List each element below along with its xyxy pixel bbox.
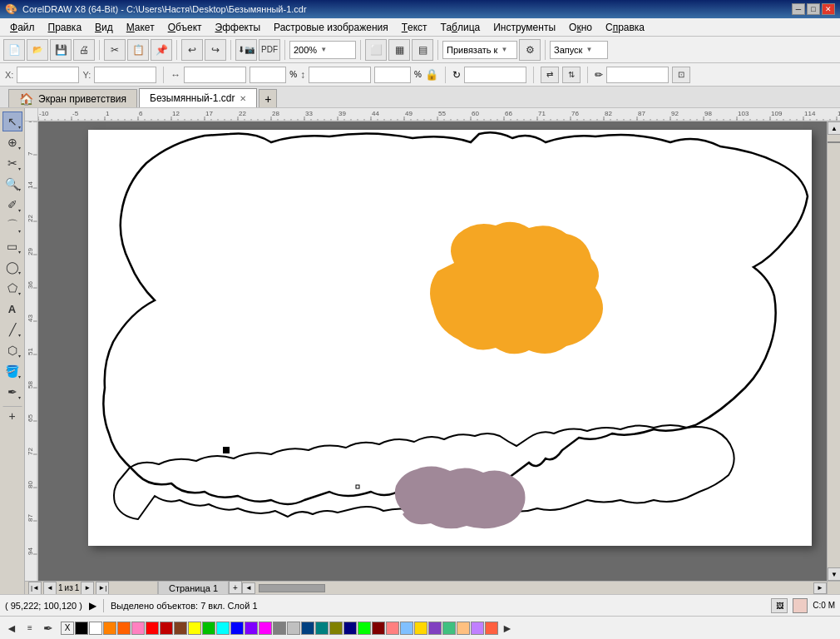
h-scrollbar[interactable]: ◄ ►: [242, 581, 827, 594]
color-coral[interactable]: [485, 622, 498, 635]
x-coord-box[interactable]: 69,516 мм: [17, 67, 79, 83]
color-lightgray[interactable]: [287, 622, 300, 635]
palette-scroll-left[interactable]: ◄: [3, 620, 20, 637]
stroke-box[interactable]: 0,5 мм: [606, 67, 669, 83]
y-input[interactable]: 104,961 мм: [98, 70, 152, 80]
color-white[interactable]: [89, 622, 102, 635]
page-tab[interactable]: Страница 1: [158, 581, 229, 594]
text-tool-button[interactable]: A: [2, 299, 22, 319]
new-tab-button[interactable]: +: [259, 89, 277, 107]
color-magenta[interactable]: [259, 622, 272, 635]
menu-bitmaps[interactable]: Растровые изображения: [267, 18, 395, 36]
menu-edit[interactable]: Правка: [42, 18, 89, 36]
cut-button[interactable]: ✂: [104, 39, 126, 61]
color-orange[interactable]: [103, 622, 116, 635]
color-brown[interactable]: [174, 622, 187, 635]
color-gray[interactable]: [273, 622, 286, 635]
new-button[interactable]: 📄: [3, 39, 25, 61]
close-button[interactable]: ✕: [822, 3, 835, 15]
paste-button[interactable]: 📌: [151, 39, 172, 61]
menu-view[interactable]: Вид: [88, 18, 120, 36]
hscroll-right[interactable]: ►: [813, 582, 827, 594]
parallel-tool-button[interactable]: ╱▾: [2, 320, 22, 339]
color-violet[interactable]: [428, 622, 442, 635]
fill-tool-button[interactable]: 🪣▾: [2, 361, 22, 381]
canvas-box[interactable]: [38, 121, 827, 581]
color-purple[interactable]: [245, 622, 258, 635]
color-teal[interactable]: [315, 622, 329, 635]
menu-table[interactable]: Таблица: [434, 18, 487, 36]
hscroll-left[interactable]: ◄: [242, 582, 255, 594]
color-gold[interactable]: [414, 622, 427, 635]
h-input[interactable]: 67,493 мм: [313, 70, 367, 80]
color-mint[interactable]: [442, 622, 456, 635]
zoom-dropdown[interactable]: 200% ▼: [289, 41, 356, 59]
redo-button[interactable]: ↪: [205, 39, 226, 61]
page-prev-button[interactable]: ◄: [43, 582, 57, 595]
color-yellow[interactable]: [188, 622, 201, 635]
vscroll-down[interactable]: ▼: [828, 567, 840, 581]
w-input[interactable]: 98,018 мм: [188, 70, 242, 80]
tab-welcome[interactable]: 🏠 Экран приветствия: [8, 89, 137, 107]
view-btn2[interactable]: ▦: [388, 39, 410, 61]
view-btn1[interactable]: ⬜: [365, 39, 387, 61]
palette-scroll-right[interactable]: ►: [499, 620, 516, 637]
no-fill-swatch[interactable]: X: [61, 622, 74, 635]
rect-tool-button[interactable]: ▭▾: [2, 236, 22, 256]
save-button[interactable]: 💾: [50, 39, 72, 61]
color-pink[interactable]: [131, 622, 145, 635]
color-lavender[interactable]: [471, 622, 484, 635]
color-skyblue[interactable]: [400, 622, 413, 635]
menu-object[interactable]: Объект: [161, 18, 209, 36]
mirror-h-button[interactable]: ⇄: [541, 67, 559, 83]
color-green[interactable]: [202, 622, 215, 635]
menu-tools[interactable]: Инструменты: [487, 18, 562, 36]
crop-tool-button[interactable]: ✂▾: [2, 153, 22, 173]
color-maroon[interactable]: [372, 622, 385, 635]
menu-effects[interactable]: Эффекты: [209, 18, 268, 36]
menu-window[interactable]: Окно: [562, 18, 599, 36]
interactive-tool-button[interactable]: +: [2, 406, 22, 426]
mirror-v-button[interactable]: ⇅: [562, 67, 581, 83]
palette-toggle[interactable]: ≡: [22, 620, 38, 637]
color-salmon[interactable]: [386, 622, 399, 635]
snap-dropdown[interactable]: Привязать к ▼: [442, 41, 517, 59]
menu-text[interactable]: Текст: [395, 18, 434, 36]
color-lime[interactable]: [358, 622, 371, 635]
w-pct-box[interactable]: 100,0: [250, 67, 286, 83]
settings-button[interactable]: ⚙: [519, 39, 541, 61]
color-navy[interactable]: [343, 622, 357, 635]
connector-tool-button[interactable]: ⬡▾: [2, 340, 22, 360]
add-page-button[interactable]: +: [229, 581, 242, 594]
stroke-settings-button[interactable]: ⊡: [672, 67, 690, 83]
polygon-tool-button[interactable]: ⬠▾: [2, 278, 22, 298]
select-tool-button[interactable]: ↖▾: [2, 111, 22, 131]
angle-input[interactable]: 0,0: [468, 70, 522, 80]
menu-help[interactable]: Справка: [599, 18, 651, 36]
minimize-button[interactable]: ─: [792, 3, 805, 15]
menu-file[interactable]: Файл: [3, 18, 42, 36]
open-button[interactable]: 📂: [27, 39, 48, 61]
page-next-button[interactable]: ►: [81, 582, 94, 595]
node-tool-button[interactable]: ⊕▾: [2, 132, 22, 152]
angle-box[interactable]: 0,0: [464, 67, 526, 83]
run-dropdown[interactable]: Запуск ▼: [550, 41, 608, 59]
vscroll-up[interactable]: ▲: [828, 121, 840, 135]
print-button[interactable]: 🖨: [73, 39, 95, 61]
color-red[interactable]: [146, 622, 159, 635]
zoom-tool-button[interactable]: 🔍▾: [2, 174, 22, 194]
color-peach[interactable]: [457, 622, 470, 635]
import-button[interactable]: ⬇📷: [235, 39, 257, 61]
y-coord-box[interactable]: 104,961 мм: [94, 67, 156, 83]
x-input[interactable]: 69,516 мм: [21, 70, 75, 80]
view-btn3[interactable]: ▤: [412, 39, 433, 61]
w-box[interactable]: 98,018 мм: [184, 67, 246, 83]
color-black[interactable]: [75, 622, 88, 635]
color-blue[interactable]: [230, 622, 244, 635]
color-olive[interactable]: [329, 622, 343, 635]
v-scrollbar[interactable]: ▲ ▼: [827, 121, 840, 581]
tab-document[interactable]: Безымянный-1.cdr ✕: [139, 88, 257, 107]
palette-eyedropper[interactable]: ✒: [40, 620, 57, 637]
page-first-button[interactable]: |◄: [28, 582, 42, 595]
page-last-button[interactable]: ►|: [96, 582, 109, 595]
